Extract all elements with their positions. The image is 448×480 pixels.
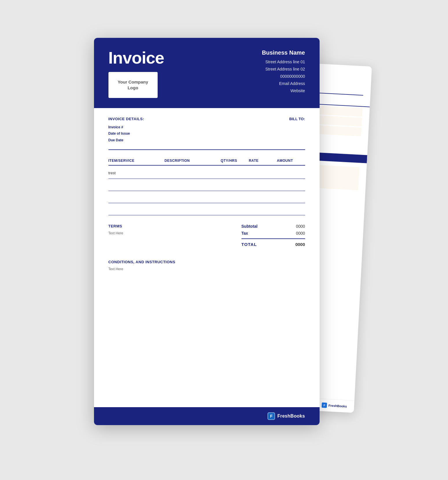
logo-text: Your Company Logo — [118, 79, 148, 90]
date-issue-item: Date of Issue — [108, 130, 144, 137]
invoice-front: Invoice Your Company Logo Business Name … — [94, 38, 320, 425]
details-section-title: INVOICE DETAILS: — [108, 117, 144, 121]
invoice-title: Invoice — [108, 49, 164, 66]
total-row: TOTAL 0000 — [241, 242, 305, 247]
row1-item: trest — [108, 171, 165, 176]
business-name: Business Name — [262, 49, 305, 56]
th-qty-hrs: QTY/HRS — [221, 159, 249, 163]
logo-text-line2: Logo — [128, 85, 138, 90]
address-line-2: Street Address line 02 — [262, 66, 305, 73]
totals-divider — [241, 238, 305, 239]
total-label: TOTAL — [241, 242, 257, 247]
table-header: ITEM/SERVICE DESCRIPTION QTY/HRS RATE AM… — [108, 159, 305, 166]
subtotal-value: 0000 — [296, 224, 305, 229]
logo-text-line1: Your Company — [118, 79, 148, 84]
row1-desc — [165, 171, 221, 176]
back-freshbooks-logo: F FreshBooks — [322, 402, 347, 409]
address-line-1: Street Address line 01 — [262, 58, 305, 66]
th-amount: AMOUNT — [277, 159, 305, 163]
freshbooks-logo: F FreshBooks — [268, 412, 305, 420]
bottom-section: TERMS Text Here Subtotal 0000 Tax 0000 T… — [108, 224, 305, 247]
table-section: ITEM/SERVICE DESCRIPTION QTY/HRS RATE AM… — [108, 159, 305, 215]
website-line: Website — [262, 87, 305, 94]
details-left: INVOICE DETAILS: Invoice # Date of Issue… — [108, 117, 144, 144]
row1-rate — [249, 171, 277, 176]
details-section: INVOICE DETAILS: Invoice # Date of Issue… — [108, 117, 305, 150]
row1-amount — [277, 171, 305, 176]
front-header-right: Business Name Street Address line 01 Str… — [262, 49, 305, 95]
back-freshbooks-icon: F — [322, 402, 327, 408]
phone-line: 00000000000 — [262, 73, 305, 80]
row1-qty — [221, 171, 249, 176]
table-data-row-1: trest — [108, 168, 305, 179]
details-right: BILL TO: — [289, 117, 305, 121]
logo-box: Your Company Logo — [108, 72, 158, 98]
conditions-title: CONDITIONS, AND INSTRUCTIONS — [108, 260, 305, 264]
th-rate: RATE — [249, 159, 277, 163]
th-item-service: ITEM/SERVICE — [108, 159, 165, 163]
subtotal-row: Subtotal 0000 — [241, 224, 305, 229]
freshbooks-icon: F — [268, 412, 275, 420]
bill-to-label: BILL TO: — [289, 117, 305, 121]
freshbooks-name: FreshBooks — [277, 414, 305, 419]
conditions-text: Text Here — [108, 267, 305, 271]
front-header-left: Invoice Your Company Logo — [108, 49, 164, 98]
tax-value: 0000 — [296, 231, 305, 236]
table-empty-row-3 — [108, 203, 305, 215]
back-freshbooks-name: FreshBooks — [328, 403, 347, 408]
table-empty-row-2 — [108, 191, 305, 203]
terms-section: TERMS Text Here — [108, 224, 241, 235]
tax-label: Tax — [241, 231, 248, 236]
due-date-item: Due Date — [108, 137, 144, 144]
front-header: Invoice Your Company Logo Business Name … — [94, 38, 320, 108]
invoice-scene: INVOICE DETAILS: Invoice # 0000 Date of … — [94, 38, 354, 442]
front-body: INVOICE DETAILS: Invoice # Date of Issue… — [94, 108, 320, 280]
email-line: Email Address — [262, 80, 305, 87]
front-footer: F FreshBooks — [94, 407, 320, 425]
total-value: 0000 — [295, 242, 305, 247]
conditions-section: CONDITIONS, AND INSTRUCTIONS Text Here — [108, 257, 305, 271]
terms-text: Text Here — [108, 231, 241, 235]
th-description: DESCRIPTION — [165, 159, 221, 163]
table-empty-row-1 — [108, 179, 305, 191]
terms-title: TERMS — [108, 224, 241, 228]
tax-row: Tax 0000 — [241, 231, 305, 236]
subtotal-label: Subtotal — [241, 224, 258, 229]
totals-section: Subtotal 0000 Tax 0000 TOTAL 0000 — [241, 224, 305, 247]
invoice-num-item: Invoice # — [108, 124, 144, 131]
